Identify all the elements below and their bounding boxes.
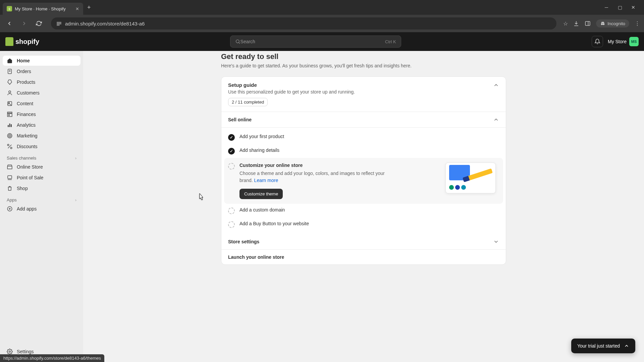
svg-point-6 xyxy=(603,23,604,25)
nav-orders[interactable]: Orders xyxy=(3,66,80,76)
setup-guide-title: Setup guide xyxy=(228,82,355,88)
content-icon xyxy=(7,101,13,107)
nav-finances[interactable]: Finances xyxy=(3,109,80,119)
task-customize-store[interactable]: Customize your online store Choose a the… xyxy=(224,158,503,204)
setup-guide-card: Setup guide Use this personalized guide … xyxy=(221,76,506,265)
chevron-right-icon: › xyxy=(75,156,76,161)
search-kbd: Ctrl K xyxy=(385,39,396,44)
content-scroll[interactable]: Get ready to sell Here's a guide to get … xyxy=(83,51,644,362)
svg-point-5 xyxy=(601,23,603,25)
products-icon xyxy=(7,79,13,85)
nav-marketing[interactable]: Marketing xyxy=(3,131,80,141)
customize-illustration xyxy=(445,163,499,196)
analytics-icon xyxy=(7,122,13,128)
minimize-icon[interactable]: ─ xyxy=(604,5,609,10)
nav-content[interactable]: Content xyxy=(3,99,80,109)
url-field[interactable]: admin.shopify.com/store/de8143-a6 xyxy=(51,17,556,29)
new-tab-button[interactable]: + xyxy=(83,4,95,11)
nav-label: Customers xyxy=(17,90,40,96)
bookmark-icon[interactable]: ☆ xyxy=(563,20,568,27)
section-sell-online[interactable]: Sell online xyxy=(221,112,506,128)
nav-products[interactable]: Products xyxy=(3,77,80,87)
side-panel-icon[interactable] xyxy=(585,20,591,26)
notifications-button[interactable] xyxy=(592,36,603,47)
home-icon xyxy=(7,58,13,64)
section-launch-store[interactable]: Launch your online store xyxy=(221,250,506,264)
nav-label: Shop xyxy=(17,186,28,191)
incognito-chip[interactable]: Incognito xyxy=(596,19,629,27)
nav-label: Orders xyxy=(17,69,31,74)
orders-icon xyxy=(7,68,13,74)
store-switcher[interactable]: My Store MS xyxy=(608,37,639,46)
sidebar: Home Orders Products Customers Content F… xyxy=(0,51,83,362)
close-tab-icon[interactable]: ✕ xyxy=(75,6,79,11)
nav-customers[interactable]: Customers xyxy=(3,88,80,98)
reload-button[interactable] xyxy=(34,18,44,29)
marketing-icon xyxy=(7,133,13,139)
section-store-settings[interactable]: Store settings xyxy=(221,234,506,250)
sales-channels-section[interactable]: Sales channels › xyxy=(3,152,80,162)
search-placeholder: Search xyxy=(240,39,255,44)
shopify-header: shopify Search Ctrl K My Store MS xyxy=(0,32,644,51)
nav-home[interactable]: Home xyxy=(3,56,80,66)
main-layout: Home Orders Products Customers Content F… xyxy=(0,51,644,362)
nav-analytics[interactable]: Analytics xyxy=(3,120,80,130)
bell-icon xyxy=(594,39,600,45)
forward-button[interactable] xyxy=(19,18,30,29)
nav-label: Add apps xyxy=(17,206,37,212)
shopify-logo[interactable]: shopify xyxy=(5,37,39,46)
tab-title: My Store · Home · Shopify xyxy=(15,6,66,11)
browser-chrome: s My Store · Home · Shopify ✕ + ─ ▢ ✕ ad… xyxy=(0,0,644,32)
browser-tab[interactable]: s My Store · Home · Shopify ✕ xyxy=(3,3,83,15)
url-text: admin.shopify.com/store/de8143-a6 xyxy=(65,21,145,26)
svg-point-21 xyxy=(9,135,10,136)
page-subtitle: Here's a guide to get started. As your b… xyxy=(221,63,506,68)
check-pending-icon xyxy=(228,221,235,228)
page-title: Get ready to sell xyxy=(221,52,506,61)
shopify-favicon: s xyxy=(7,6,12,11)
chevron-up-icon[interactable] xyxy=(493,82,499,88)
header-right: My Store MS xyxy=(592,36,639,47)
nav-label: Home xyxy=(17,58,30,63)
discounts-icon xyxy=(7,143,13,149)
back-button[interactable] xyxy=(4,18,15,29)
learn-more-link[interactable]: Learn more xyxy=(254,178,278,183)
nav-add-apps[interactable]: Add apps xyxy=(3,204,80,214)
nav-label: Online Store xyxy=(17,164,43,170)
incognito-icon xyxy=(600,21,605,26)
check-done-icon xyxy=(228,148,235,155)
nav-label: Products xyxy=(17,79,35,85)
nav-discounts[interactable]: Discounts xyxy=(3,141,80,152)
setup-guide-subtitle: Use this personalized guide to get your … xyxy=(228,89,355,95)
task-custom-domain[interactable]: Add a custom domain xyxy=(224,204,503,218)
nav-shop[interactable]: Shop xyxy=(3,183,80,193)
svg-rect-16 xyxy=(8,125,9,127)
shop-icon xyxy=(7,185,13,191)
task-buy-button[interactable]: Add a Buy Button to your website xyxy=(224,218,503,231)
nav-pos[interactable]: Point of Sale xyxy=(3,173,80,183)
downloads-icon[interactable] xyxy=(573,20,579,26)
trial-toast[interactable]: Your trial just started xyxy=(571,339,635,353)
address-bar: admin.shopify.com/store/de8143-a6 ☆ Inco… xyxy=(0,15,644,32)
maximize-icon[interactable]: ▢ xyxy=(617,5,623,10)
apps-section[interactable]: Apps › xyxy=(3,194,80,204)
nav-online-store[interactable]: Online Store xyxy=(3,162,80,172)
tab-bar: s My Store · Home · Shopify ✕ + ─ ▢ ✕ xyxy=(0,0,644,15)
check-pending-icon xyxy=(228,163,235,170)
search-input[interactable]: Search Ctrl K xyxy=(230,36,401,48)
close-window-icon[interactable]: ✕ xyxy=(631,5,636,10)
setup-progress: 2 / 11 completed xyxy=(228,98,268,106)
nav-label: Finances xyxy=(17,112,36,117)
browser-menu-icon[interactable]: ⋮ xyxy=(635,20,640,27)
customize-theme-button[interactable]: Customize theme xyxy=(239,189,283,199)
logo-text: shopify xyxy=(15,38,39,46)
site-settings-icon[interactable] xyxy=(56,21,62,26)
nav-label: Point of Sale xyxy=(17,175,43,180)
address-bar-right: ☆ Incognito ⋮ xyxy=(563,19,640,27)
task-sharing-details[interactable]: Add sharing details xyxy=(224,144,503,158)
svg-rect-2 xyxy=(57,25,59,25)
svg-point-7 xyxy=(236,40,239,43)
chevron-right-icon: › xyxy=(75,197,76,202)
task-add-product[interactable]: Add your first product xyxy=(224,130,503,144)
chevron-up-icon xyxy=(624,343,629,349)
